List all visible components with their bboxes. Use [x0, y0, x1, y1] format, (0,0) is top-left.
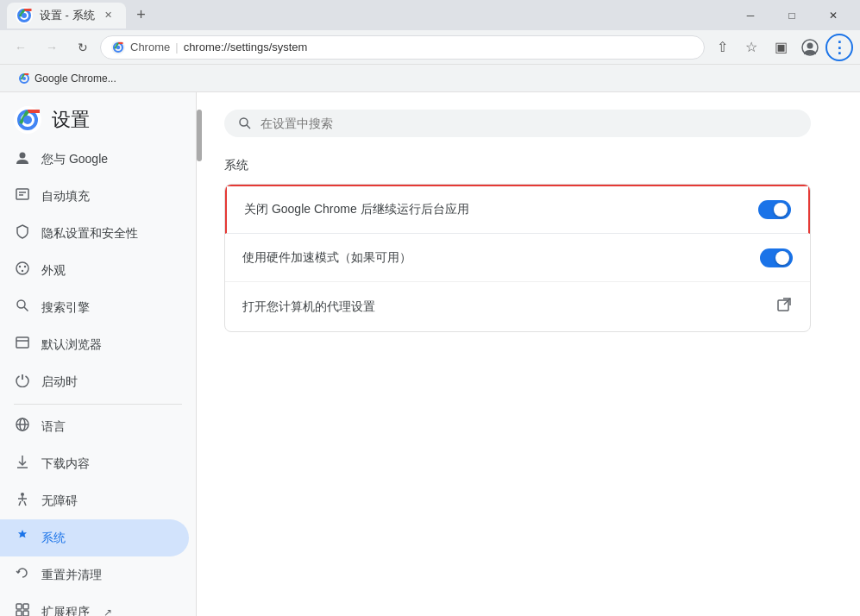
- navigation-bar: ← → ↻ Chrome | chrome://settings/system …: [0, 30, 860, 65]
- settings-card: 关闭 Google Chrome 后继续运行后台应用 使用硬件加速模式（如果可用…: [224, 184, 811, 332]
- svg-point-20: [24, 266, 26, 267]
- search-bar[interactable]: [224, 110, 811, 137]
- content-search-icon: [238, 116, 252, 130]
- svg-point-18: [16, 262, 28, 274]
- palette-icon: [14, 261, 31, 280]
- sidebar-divider: [14, 404, 182, 405]
- sidebar-label-appearance: 外观: [41, 263, 66, 279]
- setting-proxy-row: 打开您计算机的代理设置: [225, 282, 810, 331]
- svg-rect-37: [23, 604, 28, 609]
- svg-line-41: [247, 125, 250, 129]
- extension-icon: [14, 602, 31, 616]
- close-button[interactable]: ✕: [813, 0, 853, 30]
- settings-search-input[interactable]: [261, 116, 797, 130]
- extensions-external-icon: ↗: [104, 607, 112, 617]
- sidebar-item-startup[interactable]: 启动时: [0, 363, 189, 400]
- maximize-button[interactable]: □: [772, 0, 812, 30]
- sidebar-label-autofill: 自动填充: [41, 189, 90, 204]
- address-text: chrome://settings/system: [184, 41, 308, 53]
- window-controls: ─ □ ✕: [731, 0, 853, 30]
- tab-close-button[interactable]: ✕: [102, 9, 116, 22]
- bookmark-button[interactable]: ☆: [738, 34, 765, 61]
- svg-rect-39: [23, 611, 28, 616]
- sidebar-item-appearance[interactable]: 外观: [0, 252, 189, 289]
- sidebar-item-privacy[interactable]: 隐私设置和安全性: [0, 215, 189, 252]
- shield-icon: [14, 223, 31, 243]
- autofill-icon: [14, 186, 31, 206]
- svg-point-14: [20, 153, 26, 159]
- sidebar-item-reset[interactable]: 重置并清理: [0, 556, 189, 594]
- sidebar-scroll-thumb[interactable]: [197, 110, 202, 161]
- sidebar-label-default-browser: 默认浏览器: [41, 337, 102, 353]
- back-button[interactable]: ←: [7, 34, 35, 61]
- sidebar-item-extensions[interactable]: 扩展程序 ↗: [0, 594, 189, 616]
- svg-point-7: [807, 42, 813, 48]
- sidebar: 设置 您与 Google: [0, 92, 197, 616]
- tab-title: 设置 - 系统: [40, 8, 95, 23]
- sidebar-item-google[interactable]: 您与 Google: [0, 141, 189, 178]
- profile-button[interactable]: [796, 34, 824, 61]
- minimize-button[interactable]: ─: [731, 0, 770, 30]
- tab-favicon: [16, 7, 33, 24]
- chrome-menu-button[interactable]: ⋮: [825, 34, 853, 61]
- background-apps-toggle[interactable]: [758, 200, 791, 219]
- setting-hardware-accel-row: 使用硬件加速模式（如果可用）: [225, 234, 810, 282]
- svg-point-22: [17, 300, 25, 308]
- svg-point-13: [23, 116, 32, 124]
- download-icon: [14, 454, 31, 474]
- svg-line-35: [24, 501, 26, 506]
- sidebar-label-accessibility: 无障碍: [41, 493, 78, 509]
- setting-background-apps-label: 关闭 Google Chrome 后继续运行后台应用: [244, 202, 469, 217]
- background-apps-toggle-slider: [758, 200, 791, 219]
- new-tab-button[interactable]: +: [129, 3, 154, 28]
- sidebar-item-default-browser[interactable]: 默认浏览器: [0, 326, 189, 363]
- sidebar-item-autofill[interactable]: 自动填充: [0, 178, 189, 215]
- site-icon: [111, 41, 125, 54]
- sidebar-toggle-button[interactable]: ▣: [767, 34, 794, 61]
- share-button[interactable]: ⇧: [708, 34, 736, 61]
- sidebar-item-system[interactable]: 系统: [0, 519, 189, 556]
- svg-point-2: [22, 13, 27, 18]
- refresh-button[interactable]: ↻: [69, 34, 97, 61]
- address-bar[interactable]: Chrome | chrome://settings/system: [100, 35, 705, 60]
- main-content: 设置 您与 Google: [0, 92, 860, 616]
- active-tab[interactable]: 设置 - 系统 ✕: [7, 3, 126, 28]
- external-link-icon[interactable]: [775, 296, 793, 317]
- chrome-bookmark-icon: [17, 72, 31, 85]
- sidebar-header: 设置: [0, 92, 196, 141]
- setting-hardware-accel-label: 使用硬件加速模式（如果可用）: [242, 250, 411, 266]
- svg-rect-38: [16, 611, 22, 616]
- sidebar-wrapper: 设置 您与 Google: [0, 92, 197, 616]
- svg-point-5: [116, 45, 120, 48]
- svg-rect-36: [16, 604, 22, 609]
- sidebar-item-language[interactable]: 语言: [0, 408, 189, 445]
- sidebar-label-system: 系统: [41, 531, 66, 546]
- content-area: 系统 关闭 Google Chrome 后继续运行后台应用 使用硬件加速模式（如…: [197, 92, 860, 616]
- section-title: 系统: [224, 158, 832, 173]
- sidebar-item-search[interactable]: 搜索引擎: [0, 289, 189, 326]
- hardware-accel-toggle[interactable]: [760, 248, 793, 267]
- address-separator: |: [175, 41, 178, 53]
- sidebar-item-accessibility[interactable]: 无障碍: [0, 482, 189, 519]
- language-icon: [14, 417, 31, 437]
- forward-button[interactable]: →: [38, 34, 66, 61]
- svg-point-31: [21, 493, 24, 496]
- svg-point-19: [19, 266, 21, 267]
- sidebar-label-google: 您与 Google: [41, 152, 108, 167]
- sidebar-label-search: 搜索引擎: [41, 300, 90, 316]
- svg-point-21: [22, 270, 23, 272]
- system-icon: [14, 528, 31, 548]
- bookmark-item-chrome[interactable]: Google Chrome...: [10, 68, 123, 89]
- svg-point-10: [22, 77, 26, 80]
- sidebar-label-extensions: 扩展程序: [41, 605, 90, 617]
- person-icon: [14, 149, 31, 169]
- hardware-accel-toggle-slider: [760, 248, 793, 267]
- sidebar-item-downloads[interactable]: 下载内容: [0, 445, 189, 482]
- svg-rect-15: [16, 189, 28, 199]
- svg-line-23: [24, 307, 28, 311]
- sidebar-label-reset: 重置并清理: [41, 568, 102, 583]
- title-bar: 设置 - 系统 ✕ + ─ □ ✕: [0, 0, 860, 30]
- svg-point-40: [240, 118, 248, 126]
- setting-proxy-label: 打开您计算机的代理设置: [242, 299, 375, 315]
- power-icon: [14, 372, 31, 392]
